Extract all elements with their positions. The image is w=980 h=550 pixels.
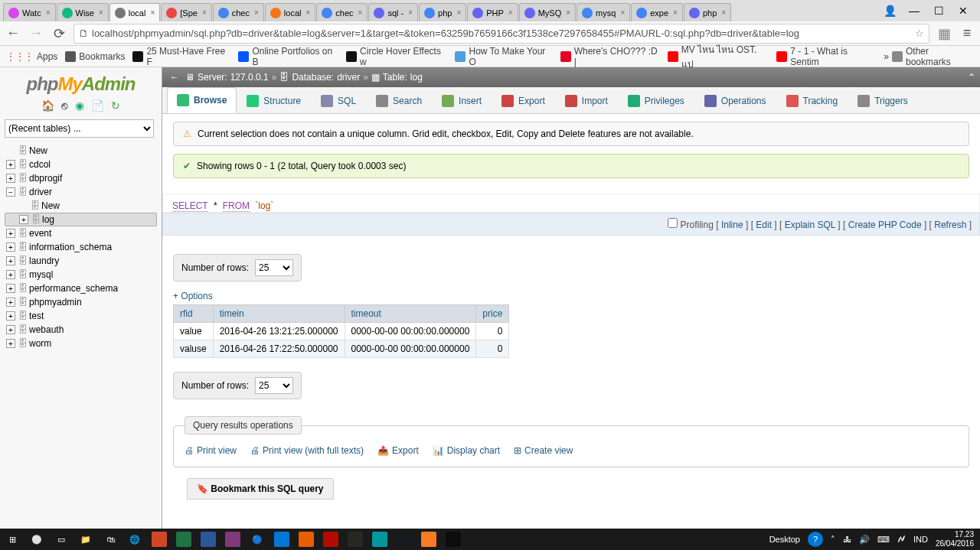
- col-timeout[interactable]: timeout: [345, 305, 476, 323]
- tree-node-cdcol[interactable]: +🗄cdcol: [5, 158, 157, 171]
- tree-node-mysql[interactable]: +🗄mysql: [5, 268, 157, 282]
- logout-icon[interactable]: ⎋: [61, 99, 67, 112]
- menu-icon[interactable]: ≡: [959, 25, 975, 41]
- sublime-icon[interactable]: [343, 529, 368, 550]
- op-print-view[interactable]: 🖨Print view: [185, 445, 237, 456]
- bookmark-item[interactable]: How To Make Your O: [455, 46, 552, 67]
- browser-tab[interactable]: Wise×: [57, 3, 109, 21]
- onenote-icon[interactable]: [220, 529, 245, 550]
- close-icon[interactable]: ×: [408, 8, 413, 17]
- extensions-icon[interactable]: ▦: [936, 25, 952, 42]
- maximize-icon[interactable]: ☐: [929, 5, 948, 17]
- browser-tab[interactable]: sql -×: [368, 3, 418, 21]
- toggle-icon[interactable]: +: [6, 311, 15, 321]
- server-link[interactable]: 127.0.0.1: [230, 72, 269, 83]
- tab-insert[interactable]: Insert: [432, 87, 492, 113]
- close-icon[interactable]: ✕: [954, 5, 972, 17]
- person-icon[interactable]: 👤: [880, 5, 899, 17]
- clock[interactable]: 17.23 26/04/2016: [936, 530, 974, 548]
- url-input[interactable]: [92, 28, 912, 39]
- col-price[interactable]: price: [476, 305, 509, 323]
- close-icon[interactable]: ×: [305, 8, 310, 17]
- star-icon[interactable]: ☆: [915, 28, 924, 39]
- bookmark-item[interactable]: Circle Hover Effects w: [346, 46, 447, 67]
- tab-structure[interactable]: Structure: [237, 87, 311, 113]
- toggle-icon[interactable]: +: [6, 270, 15, 279]
- tree-node-driver[interactable]: −🗄driver: [5, 185, 157, 199]
- home-icon[interactable]: 🏠: [41, 99, 54, 112]
- link-inline[interactable]: Inline: [721, 220, 743, 230]
- sql-icon[interactable]: ◉: [75, 99, 84, 112]
- edge-icon[interactable]: 🌐: [122, 529, 147, 550]
- browser-tab[interactable]: PHP×: [467, 3, 518, 21]
- lang-indicator[interactable]: IND: [913, 535, 928, 544]
- tab-sql[interactable]: SQL: [311, 87, 366, 113]
- tree-node-laundry[interactable]: +🗄laundry: [5, 254, 157, 268]
- rows-select[interactable]: 25: [255, 259, 293, 276]
- battery-icon[interactable]: 🗲: [897, 535, 906, 544]
- toggle-icon[interactable]: +: [6, 325, 15, 334]
- search-icon[interactable]: ⚪: [24, 529, 49, 550]
- tab-tracking[interactable]: Tracking: [776, 87, 848, 113]
- powerpoint-icon[interactable]: [147, 529, 172, 550]
- tree-node-information_schema[interactable]: +🗄information_schema: [5, 240, 157, 254]
- other-bookmarks[interactable]: » Other bookmarks: [884, 46, 974, 67]
- col-timein[interactable]: timein: [213, 305, 345, 323]
- arduino-icon[interactable]: [368, 529, 392, 550]
- toggle-icon[interactable]: +: [6, 174, 15, 183]
- bookmark-item[interactable]: 7 - 1 - What is Sentim: [776, 46, 876, 67]
- tree-node-dbprogif[interactable]: +🗄dbprogif: [5, 171, 157, 185]
- close-icon[interactable]: ×: [456, 8, 461, 17]
- acrobat-icon[interactable]: [318, 529, 343, 550]
- toggle-icon[interactable]: +: [6, 242, 15, 252]
- tab-privileges[interactable]: Privileges: [618, 87, 694, 113]
- tree-node-new[interactable]: 🗄New: [5, 144, 157, 158]
- close-icon[interactable]: ×: [721, 8, 726, 17]
- chrome-icon[interactable]: 🔵: [245, 529, 270, 550]
- browser-tab[interactable]: chec×: [213, 3, 264, 21]
- collapse-icon[interactable]: ⌃: [968, 72, 975, 83]
- toggle-icon[interactable]: +: [19, 215, 28, 224]
- browser-tab[interactable]: php×: [684, 3, 731, 21]
- tab-import[interactable]: Import: [555, 87, 618, 113]
- keyboard-icon[interactable]: ⌨: [877, 535, 890, 545]
- browser-tab[interactable]: [Spe×: [161, 3, 211, 21]
- close-icon[interactable]: ×: [46, 8, 51, 17]
- toggle-icon[interactable]: +: [6, 256, 15, 265]
- close-icon[interactable]: ×: [202, 8, 207, 17]
- db-link[interactable]: driver: [337, 72, 360, 83]
- options-link[interactable]: + Options: [173, 291, 969, 301]
- network-icon[interactable]: 🖧: [843, 535, 851, 544]
- link-explain-sql[interactable]: Explain SQL: [785, 220, 835, 230]
- xampp-icon[interactable]: [416, 529, 441, 550]
- close-icon[interactable]: ×: [254, 8, 259, 17]
- bookmark-item[interactable]: Bookmarks: [65, 51, 125, 62]
- op-print-view-with-full-texts-[interactable]: 🖨Print view (with full texts): [250, 445, 364, 456]
- link-edit[interactable]: Edit: [756, 220, 772, 230]
- tree-node-webauth[interactable]: +🗄webauth: [5, 323, 157, 337]
- browser-tab[interactable]: php×: [419, 3, 466, 21]
- bookmark-query[interactable]: 🔖 Bookmark this SQL query: [187, 478, 334, 500]
- address-bar[interactable]: 🗋 ☆: [74, 24, 929, 44]
- toggle-icon[interactable]: +: [6, 339, 15, 348]
- browser-tab[interactable]: expe×: [631, 3, 683, 21]
- tree-node-new[interactable]: 🗄New: [5, 199, 157, 213]
- apps-button[interactable]: ⋮⋮⋮Apps: [6, 51, 57, 62]
- bookmark-item[interactable]: Where's CHO??? :D |: [560, 46, 660, 67]
- tab-triggers[interactable]: Triggers: [848, 87, 918, 113]
- toggle-icon[interactable]: −: [6, 187, 15, 197]
- volume-icon[interactable]: 🔊: [859, 535, 870, 545]
- reload-icon[interactable]: ↻: [111, 99, 120, 112]
- close-icon[interactable]: ×: [673, 8, 678, 17]
- excel-icon[interactable]: [172, 529, 196, 550]
- link-refresh[interactable]: Refresh: [934, 220, 966, 230]
- browser-tab[interactable]: local×: [265, 3, 315, 21]
- close-icon[interactable]: ×: [508, 8, 513, 17]
- tree-node-test[interactable]: +🗄test: [5, 309, 157, 323]
- vlc-icon[interactable]: [294, 529, 318, 550]
- desktop-label[interactable]: Desktop: [769, 535, 800, 544]
- back-button[interactable]: ←: [5, 25, 21, 41]
- bookmark-item[interactable]: MV ไหน ไหน OST. แป: [668, 42, 769, 71]
- steam-icon[interactable]: [392, 529, 416, 550]
- rows-select[interactable]: 25: [255, 377, 293, 394]
